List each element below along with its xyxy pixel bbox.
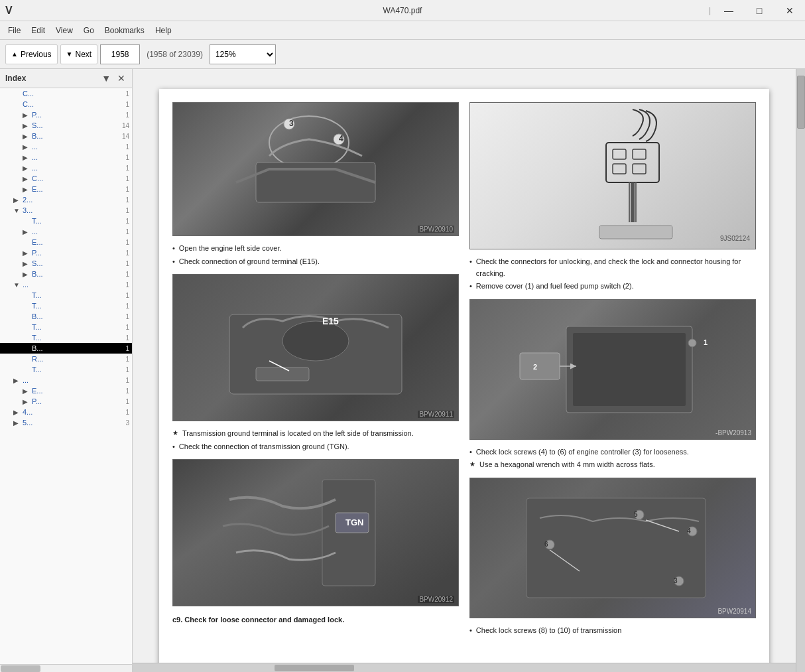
sidebar-item-p1[interactable]: ▶ P... 1	[0, 109, 132, 120]
item-page: 1	[125, 239, 129, 246]
content-viewport[interactable]: 4 3 BPW20910 Open the engine left side c…	[133, 69, 796, 663]
minimize-button[interactable]: —	[713, 0, 744, 21]
sidebar-item-c3[interactable]: ▶ C... 1	[0, 173, 132, 184]
item-page: 1	[125, 409, 129, 416]
next-button[interactable]: ▼ Next	[60, 44, 98, 64]
item-page: 1	[125, 228, 129, 235]
sidebar-item-dot1[interactable]: ▶ ... 1	[0, 141, 132, 152]
menu-go[interactable]: Go	[78, 24, 99, 37]
sidebar-item-dotx[interactable]: ▼ ... 1	[0, 279, 132, 290]
svg-rect-18	[599, 226, 672, 239]
vertical-scrollbar[interactable]	[796, 69, 805, 672]
sidebar-item-b2[interactable]: ▶ B... 1	[0, 269, 132, 279]
left-text-2: Transmission ground terminal is located …	[172, 427, 459, 454]
sidebar-item-dot3[interactable]: ▶ ... 1	[0, 163, 132, 173]
sidebar-item-dot2[interactable]: ▶ ... 1	[0, 152, 132, 163]
svg-text:6: 6	[544, 541, 548, 548]
sidebar-item-bactive[interactable]: B... 1	[0, 343, 132, 354]
item-page: 1	[125, 260, 129, 267]
connector-image: 9JS02124	[469, 102, 756, 249]
item-label: B...	[32, 132, 119, 140]
horizontal-scrollbar[interactable]	[133, 663, 796, 672]
zoom-select[interactable]: 50% 75% 100% 125% 150% 200%	[210, 44, 276, 64]
window-controls: | — □ ✕	[709, 0, 805, 21]
expand-icon: ▶	[13, 409, 23, 416]
item-label: 5...	[23, 419, 123, 427]
item-label: ...	[32, 143, 123, 151]
bullet-text: Open the engine left side cover.	[179, 243, 282, 255]
expand-icon: ▶	[13, 196, 23, 204]
svg-text:4: 4	[687, 527, 691, 535]
sidebar-close-btn[interactable]: ✕	[116, 73, 127, 84]
sidebar-item-c1[interactable]: C... 1	[0, 88, 132, 99]
menu-bookmarks[interactable]: Bookmarks	[99, 24, 150, 37]
bullet-item: Remove cover (1) and fuel feed pump swit…	[469, 281, 756, 293]
sidebar-item-e1[interactable]: ▶ E... 1	[0, 184, 132, 194]
item-page: 14	[122, 122, 129, 129]
maximize-button[interactable]: □	[744, 0, 774, 21]
sidebar-item-p3[interactable]: ▶ P... 1	[0, 396, 132, 407]
sidebar-item-s2[interactable]: ▶ S... 1	[0, 258, 132, 269]
menu-view[interactable]: View	[50, 24, 78, 37]
expand-icon: ▶	[23, 228, 32, 235]
star-text: Transmission ground terminal is located …	[182, 428, 414, 440]
bullet-text: Check connection of ground terminal (E15…	[179, 256, 320, 268]
item-label: R...	[32, 355, 123, 363]
menu-edit[interactable]: Edit	[26, 24, 50, 37]
menu-help[interactable]: Help	[150, 24, 177, 37]
sidebar-item-r1[interactable]: R... 1	[0, 354, 132, 364]
bullet-item: Open the engine left side cover.	[172, 243, 459, 255]
item-page: 1	[125, 111, 129, 119]
image-label-2: BPW20911	[418, 411, 454, 418]
bullet-item: Check the connectors for unlocking, and …	[469, 256, 756, 279]
page-number-input[interactable]	[100, 44, 140, 64]
svg-text:E15: E15	[322, 316, 339, 326]
sidebar-item-b1[interactable]: ▶ B... 14	[0, 131, 132, 141]
item-page: 1	[125, 154, 129, 161]
expand-icon: ▶	[23, 175, 32, 182]
item-page: 1	[125, 313, 129, 320]
star-item: Use a hexagonal wrench with 4 mm width a…	[469, 459, 756, 471]
item-label: P...	[32, 397, 123, 405]
right-text-3: Check lock screws (8) to (10) of transmi…	[469, 624, 756, 638]
sidebar-item-two[interactable]: ▶ 2... 1	[0, 194, 132, 205]
sidebar-toggle-btn[interactable]: ▼	[100, 73, 112, 84]
sidebar-item-t6[interactable]: T... 1	[0, 364, 132, 375]
sidebar-item-dot5[interactable]: ▶ ... 1	[0, 375, 132, 385]
sidebar-item-p2[interactable]: ▶ P... 1	[0, 247, 132, 258]
sidebar-item-t3[interactable]: T... 1	[0, 301, 132, 311]
previous-button[interactable]: ▲ Previous	[5, 44, 58, 64]
item-page: 1	[125, 324, 129, 331]
sidebar-item-four[interactable]: ▶ 4... 1	[0, 407, 132, 417]
menu-file[interactable]: File	[3, 24, 26, 37]
item-page: 1	[125, 334, 129, 342]
scrollbar-thumb[interactable]	[797, 76, 805, 129]
window-title: WA470.pdf	[383, 6, 422, 15]
sidebar-item-t4[interactable]: T... 1	[0, 322, 132, 332]
sidebar-item-three[interactable]: ▼ 3... 1	[0, 205, 132, 216]
sidebar: Index ▼ ✕ C... 1 C... 1 ▶ P... 1 ▶	[0, 69, 133, 672]
sidebar-item-s1[interactable]: ▶ S... 14	[0, 120, 132, 131]
expand-icon: ▶	[23, 165, 32, 172]
sidebar-item-e2[interactable]: E... 1	[0, 237, 132, 247]
transmission-image: 4 5 6 3	[469, 478, 756, 618]
expand-icon: ▶	[23, 260, 32, 267]
sidebar-item-t1[interactable]: T... 1	[0, 216, 132, 226]
sidebar-item-t2[interactable]: T... 1	[0, 290, 132, 301]
item-page: 1	[125, 377, 129, 384]
item-page: 14	[122, 133, 129, 140]
item-page: 1	[125, 218, 129, 225]
sidebar-item-c2[interactable]: C... 1	[0, 99, 132, 109]
sidebar-horizontal-scrollbar[interactable]	[0, 664, 132, 672]
expand-icon: ▶	[23, 143, 32, 151]
item-page: 1	[125, 249, 129, 257]
close-button[interactable]: ✕	[774, 0, 805, 21]
sidebar-item-e3[interactable]: ▶ E... 1	[0, 385, 132, 396]
sidebar-item-five[interactable]: ▶ 5... 3	[0, 417, 132, 428]
item-label: E...	[32, 238, 123, 246]
sidebar-item-t5[interactable]: T... 1	[0, 332, 132, 343]
next-label: Next	[76, 50, 92, 59]
sidebar-item-dot4[interactable]: ▶ ... 1	[0, 226, 132, 237]
item-page: 1	[125, 143, 129, 151]
sidebar-item-bx[interactable]: B... 1	[0, 311, 132, 322]
